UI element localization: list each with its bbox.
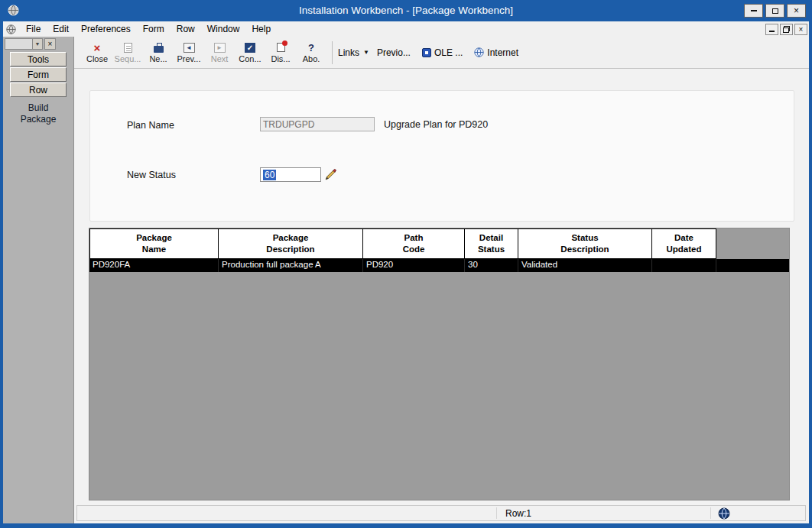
visual-assist-button[interactable]: [322, 167, 339, 183]
toolbar-button-close[interactable]: × Close: [82, 38, 112, 67]
fast-path-combo[interactable]: ▼: [5, 38, 43, 50]
internet-icon: [474, 47, 484, 57]
window-controls: ×: [744, 4, 806, 18]
main-panel: × Close Sequ... Ne... ◄ Prev... ► Ne: [73, 37, 809, 523]
mdi-minimize-icon: [769, 31, 775, 32]
row-counter: Row:1: [505, 508, 531, 519]
mdi-window-controls: ×: [765, 24, 807, 35]
cell-status-description: Validated: [518, 259, 652, 272]
mdi-close-button[interactable]: ×: [794, 24, 807, 35]
menu-item-file[interactable]: File: [20, 22, 47, 36]
cell-package-name: PD920FA: [89, 259, 219, 272]
mdi-close-icon: ×: [799, 25, 804, 34]
toolbar-button-display[interactable]: Dis...: [265, 38, 296, 67]
cell-package-description: Production full package A: [219, 259, 363, 272]
menu-item-form[interactable]: Form: [137, 22, 171, 36]
chevron-down-icon[interactable]: ▼: [363, 49, 369, 56]
sidebar-tab-form[interactable]: Form: [10, 67, 67, 82]
menu-item-help[interactable]: Help: [245, 22, 277, 36]
cell-detail-status: 30: [465, 259, 518, 272]
globe-icon: [718, 507, 730, 522]
link-ole[interactable]: OLE ...: [422, 47, 463, 58]
links-bar: Links ▼ Previo... OLE ... Internet: [338, 47, 522, 58]
mdi-app-icon[interactable]: [6, 24, 16, 34]
cell-path-code: PD920: [363, 259, 465, 272]
sidebar-tab-tools[interactable]: Tools: [10, 52, 67, 66]
new-status-value: 60: [263, 170, 276, 180]
menu-item-preferences[interactable]: Preferences: [75, 22, 137, 36]
plan-name-label: Plan Name: [127, 120, 174, 131]
sidebar-item-build-package[interactable]: Build Package: [3, 102, 73, 125]
column-header-package-name: PackageName: [89, 228, 219, 259]
maximize-button[interactable]: [765, 4, 784, 18]
package-grid: PackageName PackageDescription PathCode …: [89, 228, 790, 500]
about-icon: ?: [308, 41, 314, 53]
sequence-icon: [124, 43, 132, 53]
client-area: ▼ × Tools Form Row Build Package × Close: [3, 37, 809, 523]
title-bar: Installation Workbench - [Package Workbe…: [0, 0, 812, 21]
sidebar: ▼ × Tools Form Row Build Package: [3, 37, 73, 523]
close-icon: ×: [794, 6, 799, 15]
links-menu[interactable]: Links: [338, 47, 359, 58]
plan-name-field: TRDUPGPD: [260, 117, 375, 131]
new-status-field[interactable]: 60: [260, 167, 321, 182]
toolbar-button-confirm[interactable]: ✓ Con...: [235, 38, 265, 67]
fast-path-close-button[interactable]: ×: [44, 38, 56, 50]
column-header-detail-status: DetailStatus: [465, 228, 518, 259]
toolbar-button-new[interactable]: Ne...: [143, 38, 174, 67]
status-bar: Row:1: [76, 505, 806, 521]
pencil-icon: [324, 168, 337, 181]
mdi-minimize-button[interactable]: [765, 24, 778, 35]
window-title: Installation Workbench - [Package Workbe…: [0, 5, 812, 16]
toolbar-button-previous[interactable]: ◄ Prev...: [174, 38, 204, 67]
maximize-icon: [772, 8, 778, 14]
column-header-date-updated: DateUpdated: [652, 228, 716, 259]
form-panel: Plan Name TRDUPGPD Upgrade Plan for PD92…: [89, 90, 794, 222]
column-header-path-code: PathCode: [363, 228, 465, 259]
sidebar-item-label: Build Package: [16, 102, 60, 125]
toolbar-button-sequence: Sequ...: [112, 38, 143, 67]
menu-item-row[interactable]: Row: [171, 22, 201, 36]
minimize-icon: [751, 10, 757, 11]
column-header-package-description: PackageDescription: [219, 228, 363, 259]
minimize-button[interactable]: [744, 4, 763, 18]
grid-header: PackageName PackageDescription PathCode …: [89, 228, 789, 259]
previous-icon: ◄: [184, 43, 195, 53]
menu-item-edit[interactable]: Edit: [47, 22, 75, 36]
link-previous[interactable]: Previo...: [377, 47, 411, 58]
next-icon: ►: [214, 43, 226, 53]
new-icon: [154, 46, 164, 53]
statusbar-divider: [710, 507, 711, 519]
plan-name-description: Upgrade Plan for PD920: [384, 119, 488, 130]
chevron-down-icon: ▼: [32, 39, 42, 49]
menu-bar: File Edit Preferences Form Row Window He…: [3, 21, 809, 37]
grid-row-selected[interactable]: PD920FA Production full package A PD920 …: [89, 259, 789, 272]
cell-date-updated: [652, 259, 716, 272]
close-button[interactable]: ×: [787, 4, 806, 18]
statusbar-divider: [496, 507, 497, 519]
mdi-restore-icon: [783, 26, 790, 33]
fast-path-bar: ▼ ×: [5, 38, 56, 50]
link-internet[interactable]: Internet: [474, 47, 518, 58]
ole-icon: [422, 48, 431, 57]
form-toolbar: × Close Sequ... Ne... ◄ Prev... ► Ne: [74, 37, 809, 69]
toolbar-button-about[interactable]: ? Abo.: [296, 38, 326, 67]
confirm-icon: ✓: [245, 43, 255, 53]
application-window: Installation Workbench - [Package Workbe…: [0, 0, 812, 528]
sidebar-tab-row[interactable]: Row: [10, 83, 67, 97]
toolbar-separator: [332, 41, 333, 64]
mdi-restore-button[interactable]: [780, 24, 793, 35]
menu-item-window[interactable]: Window: [201, 22, 246, 36]
toolbar-button-next: ► Next: [204, 38, 235, 67]
close-icon: ×: [94, 41, 101, 53]
column-header-status-description: StatusDescription: [518, 228, 652, 259]
display-icon: [277, 43, 285, 52]
new-status-label: New Status: [127, 170, 176, 180]
